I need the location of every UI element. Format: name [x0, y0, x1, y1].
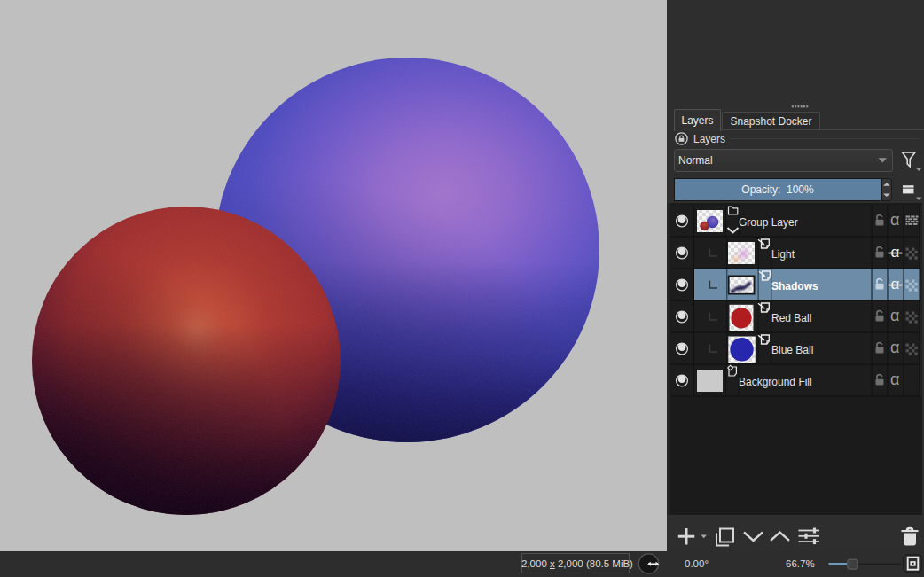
svg-text:α: α: [890, 307, 899, 324]
svg-text:α: α: [891, 276, 900, 292]
svg-text:α: α: [890, 339, 899, 356]
svg-text:α: α: [890, 370, 899, 388]
svg-text:α: α: [891, 244, 900, 261]
svg-text:α: α: [890, 211, 899, 229]
